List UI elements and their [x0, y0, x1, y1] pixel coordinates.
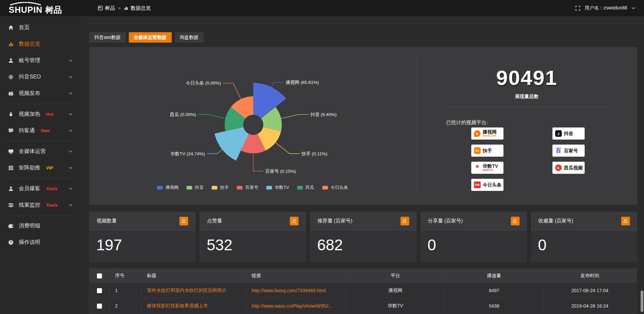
question-icon: ? [8, 240, 14, 245]
total-badge[interactable]: 总 [400, 217, 409, 225]
sidebar-item-label: 视频加热 [19, 111, 40, 118]
sidebar-item-label: 线索监控 [19, 202, 40, 209]
total-badge[interactable]: 总 [511, 217, 520, 225]
sidebar: 首页数据总览账号管理抖音SEO视频发布视频加热Hot抖客通New全媒体运营矩阵助… [0, 16, 80, 314]
cell-title-link[interactable]: 室外水纹灯和室内水纹灯的区别和简介 [147, 287, 227, 293]
sidebar-item-3[interactable]: 抖音SEO [0, 69, 80, 85]
impressions-total-label: 展现量总数 [416, 94, 637, 100]
sidebar-item-label: 首页 [19, 24, 30, 31]
legend-item-快手[interactable]: 快手 [212, 185, 229, 191]
sidebar-item-11[interactable]: 消费明细 [0, 218, 80, 234]
select-all-checkbox[interactable] [97, 273, 102, 278]
cell-seq: 1 [110, 283, 142, 298]
pie-label-line [253, 153, 263, 171]
stat-card-value: 0 [531, 230, 637, 254]
data-tabs: 抖音seo数据全媒体运营数据询盘数据 [89, 32, 204, 43]
platform-name: 华数TV [483, 164, 498, 169]
topbar-right: 用户名：zswodun88 [575, 5, 644, 11]
sidebar-divider [5, 178, 75, 178]
tab-2[interactable]: 询盘数据 [175, 32, 204, 43]
cell-url-link[interactable]: http://www.boosj.com/7338468.html [252, 288, 326, 293]
chevron-down-icon [69, 204, 72, 206]
pie-slice-华数TV[interactable] [215, 127, 249, 161]
breadcrumb-root[interactable]: 树品 [105, 5, 115, 11]
stat-card-label: 视频数量 [97, 218, 117, 224]
svg-text:?: ? [10, 241, 12, 244]
legend-swatch [237, 186, 243, 190]
impressions-summary: 90491 展现量总数 已统计的视频平台: ▶播视网boosj.comOo快手*… [416, 47, 637, 205]
sidebar-item-0[interactable]: 首页 [0, 19, 80, 36]
stat-card-label: 分享量 (百家号) [428, 218, 463, 224]
platform-sub: boosj.com [483, 135, 497, 137]
sidebar-item-label: 操作说明 [19, 239, 40, 246]
pie-label-line [198, 114, 226, 118]
sidebar-item-6[interactable]: 抖客通New [0, 122, 80, 139]
tab-1[interactable]: 全媒体运营数据 [129, 32, 172, 43]
sidebar-item-1[interactable]: 数据总览 [0, 36, 80, 52]
breadcrumb-separator: > [118, 6, 121, 11]
fullscreen-icon[interactable] [575, 6, 580, 11]
username[interactable]: 用户名：zswodun88 [585, 5, 627, 11]
sidebar-item-7[interactable]: 全媒体运营 [0, 143, 80, 160]
cell-url-link[interactable]: http://www.wasu.cn/Play/show/id/952... [252, 303, 332, 309]
legend-swatch [322, 186, 328, 190]
table-row-0: 1室外水纹灯和室内水纹灯的区别和简介http://www.boosj.com/7… [90, 283, 637, 298]
cell-title-link[interactable]: 楼体投影灯投影效果震撼上市 [147, 303, 208, 308]
platform-badge-今日头条: 头条今日头条 [471, 179, 503, 191]
logo-text-en: SHUPIN [9, 6, 42, 14]
legend-item-华数TV[interactable]: 华数TV [266, 185, 289, 191]
stat-card-header: 收藏量 (百家号)总 [531, 212, 637, 230]
chevron-down-icon [69, 76, 72, 78]
column-header-0: 序号 [110, 269, 142, 283]
stat-card-value: 197 [89, 230, 196, 254]
chevron-down-icon [69, 59, 72, 62]
breadcrumb: 树品 > 数据总览 [98, 5, 151, 11]
sidebar-item-label: 全媒体运营 [19, 148, 46, 155]
platform-logos-col2: ♪抖音百百家号▶西瓜视频 [552, 127, 585, 174]
legend-item-西瓜[interactable]: 西瓜 [297, 185, 314, 191]
stat-card-0: 视频数量总197 [89, 212, 196, 262]
legend-swatch [297, 186, 303, 190]
legend-swatch [186, 186, 192, 190]
sidebar-item-4[interactable]: 视频发布 [0, 85, 80, 102]
row-checkbox[interactable] [97, 304, 102, 309]
sidebar-item-5[interactable]: 视频加热Hot [0, 106, 80, 122]
sidebar-item-badge: Tools [46, 203, 57, 208]
tab-0[interactable]: 抖音seo数据 [89, 32, 126, 43]
legend-label: 西瓜 [306, 185, 314, 191]
platform-name: 百家号 [564, 148, 578, 153]
platform-share-chart: 播视网 (65.61%)抖音 (9.40%)快手 (0.11%)百家号 (0.1… [89, 47, 416, 205]
user-icon [8, 58, 14, 63]
pie-label: 华数TV (24.74%) [170, 151, 205, 156]
chevron-down-icon [69, 188, 72, 190]
cell-seq: 2 [110, 298, 142, 314]
total-badge[interactable]: 总 [179, 217, 188, 225]
window-icon [98, 6, 103, 10]
pie-label: 快手 (0.11%) [301, 151, 327, 156]
total-badge[interactable]: 总 [290, 217, 299, 225]
sidebar-item-2[interactable]: 账号管理 [0, 52, 80, 69]
sidebar-item-label: 抖音SEO [19, 73, 41, 81]
chevron-down-icon[interactable] [632, 7, 635, 9]
legend-item-今日头条[interactable]: 今日头条 [322, 185, 348, 191]
platform-badge-播视网: ▶播视网boosj.com [471, 127, 503, 140]
legend-item-百家号[interactable]: 百家号 [237, 185, 258, 191]
sidebar-item-9[interactable]: 会员爆客Tools [0, 180, 80, 197]
row-checkbox[interactable] [97, 288, 102, 293]
sidebar-item-label: 账号管理 [19, 57, 40, 64]
sidebar-item-label: 抖客通 [19, 127, 35, 134]
legend-item-播视网[interactable]: 播视网 [157, 185, 178, 191]
sidebar-item-12[interactable]: ?操作说明 [0, 234, 80, 251]
page-scrollbar-thumb[interactable] [641, 291, 643, 312]
column-header-3: 平台 [346, 269, 445, 283]
stat-card-1: 点赞量总532 [200, 212, 306, 262]
breadcrumb-current[interactable]: 数据总览 [131, 5, 151, 11]
sidebar-item-8[interactable]: 矩阵助推VIP [0, 160, 80, 176]
platform-badge-西瓜视频: ▶西瓜视频 [552, 162, 585, 174]
total-badge[interactable]: 总 [621, 217, 630, 225]
logo-wordmark: SHUPIN [9, 2, 42, 14]
legend-item-抖音[interactable]: 抖音 [186, 185, 204, 191]
sidebar-item-10[interactable]: 线索监控Tools [0, 197, 80, 213]
logo-text-cn: 树品 [45, 6, 62, 14]
legend-label: 今日头条 [331, 185, 348, 191]
